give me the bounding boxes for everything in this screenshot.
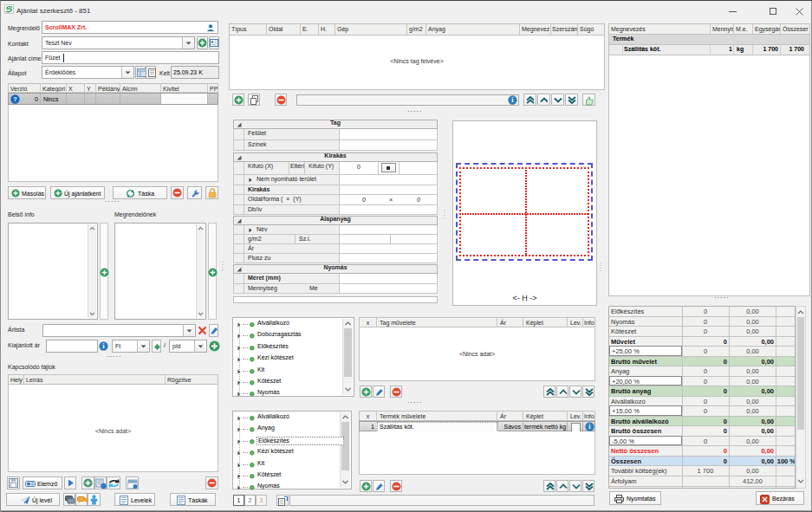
svg-text:?: ? (13, 95, 17, 103)
